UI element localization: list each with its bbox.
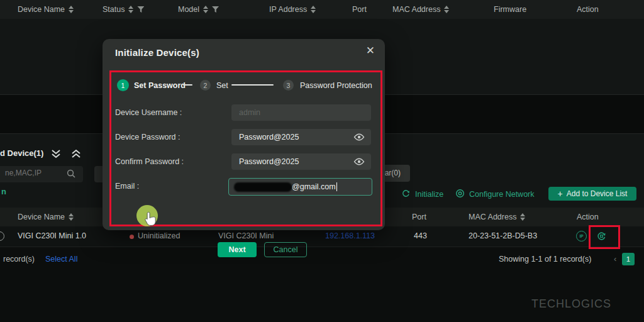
left-green-fragment: n <box>1 187 6 196</box>
initialize-link[interactable]: Initialize <box>401 189 443 200</box>
hand-cursor-icon <box>143 211 158 230</box>
modal-title: Initialize Device(s) <box>115 47 199 58</box>
initialize-action-icon[interactable] <box>596 231 607 242</box>
table-header-device-name[interactable]: Device Name <box>18 213 74 221</box>
step-2-circle: 2 <box>200 80 211 91</box>
column-header-port: Port <box>352 5 367 14</box>
device-search-box[interactable] <box>0 166 83 182</box>
cell-device-name: VIGI C230I Mini 1.0 <box>18 231 86 240</box>
column-label: Port <box>352 5 367 14</box>
confirm-password-label: Confirm Password : <box>115 157 184 166</box>
configure-network-link[interactable]: Configure Network <box>455 189 535 200</box>
sort-icon[interactable] <box>311 6 316 13</box>
ip-icon-label: IP <box>579 234 583 238</box>
column-header-model[interactable]: Model <box>178 5 219 14</box>
column-header-ip-address[interactable]: IP Address <box>269 5 316 14</box>
sort-icon[interactable] <box>128 6 133 13</box>
cell-model: VIGI C230I Mini <box>218 231 274 240</box>
sort-icon[interactable] <box>69 213 74 221</box>
step-2-label: Set <box>216 81 228 90</box>
status-dot <box>130 235 134 239</box>
next-button[interactable]: Next <box>218 242 257 257</box>
step-1-label: Set Password <box>134 81 186 90</box>
column-header-mac-address[interactable]: MAC Address <box>392 5 449 14</box>
text-caret <box>336 182 337 191</box>
column-label: Device Name <box>18 5 65 14</box>
column-label: Action <box>577 5 599 14</box>
sort-icon[interactable] <box>520 213 525 221</box>
password-label: Device Password : <box>115 133 180 142</box>
table-header-mac-address[interactable]: MAC Address <box>469 213 525 221</box>
column-label: Firmware <box>494 5 526 14</box>
sort-icon[interactable] <box>444 6 449 13</box>
plus-icon: + <box>558 189 563 198</box>
showing-records-text: Showing 1-1 of 1 record(s) <box>499 255 591 264</box>
email-redaction-blur <box>234 182 292 192</box>
configure-network-icon <box>455 189 465 200</box>
sort-icon[interactable] <box>69 6 74 13</box>
step-3-circle: 3 <box>283 80 294 91</box>
search-icon[interactable] <box>67 169 76 180</box>
initialize-label: Initialize <box>415 190 443 199</box>
button-fragment <box>94 166 103 182</box>
page-1-button[interactable]: 1 <box>622 253 635 265</box>
column-label: Port <box>412 213 426 221</box>
table-header-action: Action <box>577 213 599 221</box>
email-field[interactable]: @gmail.com <box>228 178 372 196</box>
step-connector <box>231 84 274 86</box>
column-label: Model <box>178 5 199 14</box>
step-3-label: Password Protection <box>300 81 372 90</box>
app-window: Device Name Status Model IP Address Port… <box>0 0 644 322</box>
configure-network-label: Configure Network <box>469 190 535 199</box>
show-password-icon[interactable] <box>353 133 365 141</box>
step-1-circle: 1 <box>117 79 129 91</box>
records-count-fragment: record(s) <box>3 255 35 264</box>
expand-all-icon[interactable] <box>70 149 82 160</box>
initialize-devices-modal: Initialize Device(s) ✕ 1 Set Password 2 … <box>103 39 385 230</box>
confirm-password-field[interactable] <box>231 153 371 170</box>
tab-label: lar(0) <box>383 169 401 177</box>
column-header-firmware: Firmware <box>494 5 526 14</box>
email-domain-text: @gmail.com <box>292 182 336 191</box>
cancel-button[interactable]: Cancel <box>264 242 307 257</box>
table-header-port: Port <box>412 213 426 221</box>
watermark: TECHLOGICS <box>531 297 611 311</box>
add-to-device-list-button[interactable]: + Add to Device List <box>548 187 636 201</box>
top-header-bar <box>0 0 644 19</box>
column-label: Action <box>577 213 599 221</box>
column-label: MAC Address <box>469 213 516 221</box>
ip-config-action-icon[interactable]: IP <box>576 231 587 242</box>
cell-port: 443 <box>414 231 427 240</box>
filter-icon[interactable] <box>212 6 219 13</box>
initialize-icon <box>401 189 411 200</box>
column-label: MAC Address <box>392 5 440 14</box>
filter-icon[interactable] <box>137 6 144 13</box>
cell-status: Uninitialized <box>138 231 180 240</box>
step-connector <box>183 84 192 86</box>
column-label: Device Name <box>18 213 65 221</box>
sort-icon[interactable] <box>203 6 208 13</box>
add-to-device-list-label: Add to Device List <box>567 189 628 198</box>
search-input[interactable] <box>4 168 63 178</box>
column-header-action: Action <box>577 5 599 14</box>
collapse-all-icon[interactable] <box>50 149 62 160</box>
column-header-status[interactable]: Status <box>103 5 144 14</box>
show-confirm-password-icon[interactable] <box>353 158 365 165</box>
username-label: Device Username : <box>115 108 182 117</box>
cell-ip-link[interactable]: 192.168.1.113 <box>325 231 375 240</box>
column-header-device-name[interactable]: Device Name <box>18 5 74 14</box>
column-label: IP Address <box>269 5 307 14</box>
cell-mac: 20-23-51-2B-D5-B3 <box>469 231 537 240</box>
select-all-link[interactable]: Select All <box>45 255 77 264</box>
column-label: Status <box>103 5 125 14</box>
close-icon[interactable]: ✕ <box>366 45 375 57</box>
device-password-field[interactable] <box>231 129 371 145</box>
device-username-field[interactable] <box>231 104 371 121</box>
email-label: Email : <box>115 182 139 191</box>
prev-page-icon[interactable]: ‹ <box>614 254 616 264</box>
device-group-title: d Device(1) <box>0 148 43 158</box>
